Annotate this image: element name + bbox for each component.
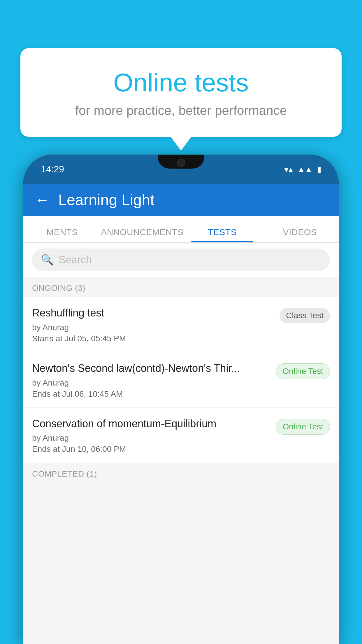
test-name: Reshuffling test xyxy=(32,306,274,320)
speech-bubble: Online tests for more practice, better p… xyxy=(20,48,342,137)
status-time: 14:29 xyxy=(41,164,64,175)
search-icon: 🔍 xyxy=(41,254,54,266)
test-item[interactable]: Reshuffling test by Anurag Starts at Jul… xyxy=(23,297,339,352)
test-time: Ends at Jul 06, 10:45 AM xyxy=(32,389,270,399)
bubble-subtitle: for more practice, better performance xyxy=(38,103,324,118)
tab-ments[interactable]: MENTS xyxy=(23,227,101,242)
search-placeholder: Search xyxy=(59,254,92,266)
wifi-icon: ▾▴ xyxy=(284,164,293,174)
test-author: by Anurag xyxy=(32,378,270,388)
completed-title: COMPLETED (1) xyxy=(32,469,97,478)
tab-announcements[interactable]: ANNOUNCEMENTS xyxy=(101,227,183,242)
speech-bubble-container: Online tests for more practice, better p… xyxy=(20,48,342,137)
search-bar[interactable]: 🔍 Search xyxy=(32,249,330,271)
phone-notch xyxy=(158,155,204,169)
phone-frame: 14:29 ▾▴ ▲▲ ▮ ← Learning Light MENTS ANN… xyxy=(23,155,339,644)
test-time: Ends at Jun 10, 06:00 PM xyxy=(32,444,270,454)
bubble-title: Online tests xyxy=(38,69,324,97)
test-badge-online: Online Test xyxy=(276,419,330,435)
battery-icon: ▮ xyxy=(317,165,321,174)
app-title: Learning Light xyxy=(58,191,154,209)
camera xyxy=(177,159,185,167)
test-info: Conservation of momentum-Equilibrium by … xyxy=(32,417,270,454)
ongoing-title: ONGOING (3) xyxy=(32,284,85,293)
test-time: Starts at Jul 05, 05:45 PM xyxy=(32,334,274,343)
test-list: Reshuffling test by Anurag Starts at Jul… xyxy=(23,297,339,463)
test-author: by Anurag xyxy=(32,323,274,332)
test-name: Newton's Second law(contd)-Newton's Thir… xyxy=(32,362,270,375)
test-badge-class: Class Test xyxy=(280,308,330,323)
app-header: ← Learning Light xyxy=(23,184,339,216)
status-icons: ▾▴ ▲▲ ▮ xyxy=(284,164,321,174)
tab-tests[interactable]: TESTS xyxy=(183,227,261,242)
tabs-bar: MENTS ANNOUNCEMENTS TESTS VIDEOS xyxy=(23,216,339,243)
test-author: by Anurag xyxy=(32,433,270,443)
completed-section-header: COMPLETED (1) xyxy=(23,463,339,483)
test-badge-online: Online Test xyxy=(276,363,330,379)
test-info: Newton's Second law(contd)-Newton's Thir… xyxy=(32,362,270,399)
tab-videos[interactable]: VIDEOS xyxy=(261,227,339,242)
signal-icon: ▲▲ xyxy=(298,165,312,174)
content-area: 🔍 Search ONGOING (3) Reshuffling test by… xyxy=(23,243,339,644)
test-item[interactable]: Newton's Second law(contd)-Newton's Thir… xyxy=(23,352,339,408)
search-container: 🔍 Search xyxy=(23,243,339,277)
status-bar: 14:29 ▾▴ ▲▲ ▮ xyxy=(23,155,339,184)
test-info: Reshuffling test by Anurag Starts at Jul… xyxy=(32,306,274,343)
back-button[interactable]: ← xyxy=(35,191,50,208)
test-item[interactable]: Conservation of momentum-Equilibrium by … xyxy=(23,408,339,463)
test-name: Conservation of momentum-Equilibrium xyxy=(32,417,270,431)
ongoing-section-header: ONGOING (3) xyxy=(23,277,339,297)
